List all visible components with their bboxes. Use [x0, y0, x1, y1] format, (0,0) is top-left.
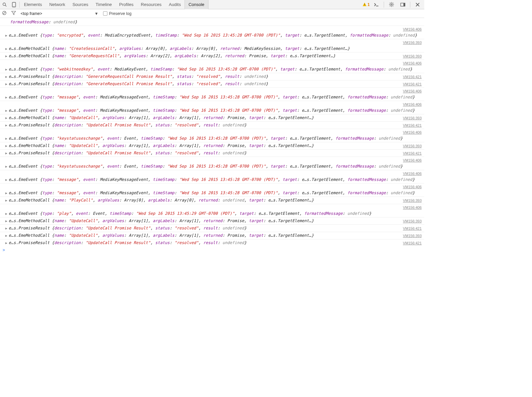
expand-triangle-icon[interactable]: ▶	[5, 136, 7, 141]
log-row[interactable]: VM156:393▶e…s.EmeMethodCall {name: "Crea…	[0, 39, 424, 52]
log-source-link[interactable]: VM156:406	[403, 158, 422, 163]
log-row[interactable]: VM156:406▶e…s.EmeEvent {type: "message",…	[0, 101, 424, 114]
log-source-link[interactable]: VM156:393	[403, 143, 422, 149]
log-object: e…s.PromiseResult {description: "UpdateC…	[9, 225, 246, 231]
log-row[interactable]: VM156:406▶e…s.EmeEvent {type: "webkitnee…	[0, 60, 424, 73]
tab-sources[interactable]: Sources	[69, 0, 92, 9]
tab-console[interactable]: Console	[185, 0, 208, 9]
log-row[interactable]: VM156:406▶e…s.EmeEvent {type: "message",…	[0, 87, 424, 101]
expand-triangle-icon[interactable]: ▶	[5, 115, 7, 121]
tab-network[interactable]: Network	[46, 0, 69, 9]
log-object: e…s.PromiseResult {description: "UpdateC…	[9, 122, 246, 128]
log-row[interactable]: formattedMessage: undefined}	[0, 19, 424, 26]
dock-icon[interactable]	[398, 0, 407, 9]
tab-profiles[interactable]: Profiles	[115, 0, 137, 9]
log-source-link[interactable]: VM156:393	[403, 198, 422, 203]
log-row[interactable]: VM156:406▶e…s.EmeEvent {type: "keystatus…	[0, 157, 424, 170]
expand-triangle-icon[interactable]: ▶	[5, 225, 7, 231]
expand-triangle-icon[interactable]: ▶	[5, 122, 7, 128]
expand-triangle-icon[interactable]: ▶	[5, 81, 7, 87]
device-icon[interactable]	[9, 0, 19, 9]
log-source-link[interactable]: VM156:393	[403, 233, 422, 239]
search-icon[interactable]	[0, 0, 9, 9]
console-prompt[interactable]: >	[0, 246, 424, 254]
log-row[interactable]: VM156:406▶e…s.EmeEvent {type: "keystatus…	[0, 129, 424, 142]
log-row[interactable]: VM156:406▶e…s.EmeEvent {type: "play", ev…	[0, 204, 424, 217]
log-row[interactable]: VM156:393▶e…s.EmeMethodCall {name: "Upda…	[0, 114, 424, 121]
expand-triangle-icon[interactable]: ▶	[5, 240, 7, 246]
log-source-link[interactable]: VM156:421	[403, 226, 422, 231]
preserve-log-toggle[interactable]: Preserve log	[103, 11, 131, 16]
close-icon[interactable]	[413, 0, 422, 9]
expand-triangle-icon[interactable]: ▶	[5, 108, 7, 113]
log-row[interactable]: VM156:406▶e…s.EmeEvent {type: "message",…	[0, 183, 424, 197]
clear-console-icon[interactable]	[2, 11, 9, 16]
filter-icon[interactable]	[11, 11, 18, 16]
svg-point-7	[391, 4, 392, 5]
tab-elements[interactable]: Elements	[20, 0, 46, 9]
expand-triangle-icon[interactable]: ▶	[5, 66, 7, 72]
log-source-link[interactable]: VM156:421	[403, 81, 422, 87]
expand-triangle-icon[interactable]: ▶	[5, 177, 7, 183]
log-row[interactable]: VM156:393▶e…s.EmeMethodCall {name: "Upda…	[0, 232, 424, 239]
expand-triangle-icon[interactable]: ▶	[5, 53, 7, 59]
log-source-link[interactable]: VM156:406	[403, 130, 422, 135]
tab-audits[interactable]: Audits	[165, 0, 185, 9]
tab-timeline[interactable]: Timeline	[92, 0, 116, 9]
warning-badge[interactable]: 1	[362, 2, 370, 7]
log-source-link[interactable]: VM156:406	[403, 88, 422, 94]
log-source-link[interactable]: VM156:393	[403, 115, 422, 121]
log-object: e…s.EmeEvent {type: "play", event: Event…	[9, 211, 371, 216]
log-row[interactable]: VM156:393▶e…s.EmeMethodCall {name: "Upda…	[0, 217, 424, 224]
settings-gear-icon[interactable]	[387, 0, 396, 9]
log-object: e…s.PromiseResult {description: "Generat…	[9, 74, 268, 79]
drawer-toggle-icon[interactable]	[372, 0, 381, 9]
log-source-link[interactable]: VM156:421	[403, 123, 422, 128]
expand-triangle-icon[interactable]: ▶	[5, 143, 7, 149]
expand-triangle-icon[interactable]: ▶	[5, 33, 7, 38]
log-row[interactable]: VM156:393▶e…s.EmeMethodCall {name: "Gene…	[0, 52, 424, 60]
log-source-link[interactable]: VM156:421	[403, 74, 422, 80]
log-row[interactable]: VM156:393▶e…s.EmeMethodCall {name: "Play…	[0, 197, 424, 204]
log-object: e…s.EmeEvent {type: "webkitneedkey", eve…	[9, 66, 412, 72]
log-row[interactable]: VM156:421▶e…s.PromiseResult {description…	[0, 80, 424, 87]
log-row[interactable]: VM156:406▶e…s.EmeEvent {type: "encrypted…	[0, 26, 424, 39]
log-row[interactable]: VM156:421▶e…s.PromiseResult {description…	[0, 239, 424, 246]
log-row[interactable]: VM156:421▶e…s.PromiseResult {description…	[0, 121, 424, 129]
log-source-link[interactable]: VM156:406	[403, 61, 422, 66]
log-source-link[interactable]: VM156:393	[403, 218, 422, 224]
log-source-link[interactable]: VM156:406	[403, 102, 422, 107]
frame-selector[interactable]: <top frame> ▼	[21, 11, 100, 16]
expand-triangle-icon[interactable]: ▶	[5, 46, 7, 52]
log-source-link[interactable]: VM156:393	[403, 54, 422, 59]
log-source-link[interactable]: VM156:393	[403, 40, 422, 46]
log-source-link[interactable]: VM156:406	[403, 205, 422, 210]
svg-line-1	[5, 5, 7, 6]
expand-triangle-icon[interactable]: ▶	[5, 211, 7, 216]
log-row[interactable]: VM156:393▶e…s.EmeMethodCall {name: "Upda…	[0, 142, 424, 149]
log-row[interactable]: VM156:421▶e…s.PromiseResult {description…	[0, 73, 424, 80]
log-row[interactable]: VM156:421▶e…s.PromiseResult {description…	[0, 224, 424, 232]
expand-triangle-icon[interactable]: ▶	[5, 74, 7, 79]
log-source-link[interactable]: VM156:421	[403, 240, 422, 246]
log-object: e…s.PromiseResult {description: "UpdateC…	[9, 240, 246, 246]
log-row[interactable]: VM156:406▶e…s.EmeEvent {type: "message",…	[0, 170, 424, 183]
log-object: e…s.EmeMethodCall {name: "UpdateCall", a…	[9, 143, 314, 149]
expand-triangle-icon[interactable]: ▶	[5, 233, 7, 238]
log-source-link[interactable]: VM156:406	[403, 184, 422, 190]
expand-triangle-icon[interactable]: ▶	[5, 218, 7, 224]
log-object: e…s.EmeMethodCall {name: "UpdateCall", a…	[9, 115, 314, 121]
chevron-down-icon: ▼	[94, 11, 98, 16]
expand-triangle-icon[interactable]: ▶	[5, 150, 7, 156]
expand-triangle-icon[interactable]: ▶	[5, 198, 7, 203]
log-source-link[interactable]: VM156:406	[403, 171, 422, 177]
log-source-link[interactable]: VM156:406	[403, 27, 422, 32]
tab-resources[interactable]: Resources	[137, 0, 165, 9]
log-object: e…s.EmeMethodCall {name: "CreateSessionC…	[9, 46, 350, 52]
expand-triangle-icon[interactable]: ▶	[5, 94, 7, 100]
expand-triangle-icon[interactable]: ▶	[5, 190, 7, 196]
log-source-link[interactable]: VM156:421	[403, 151, 422, 156]
expand-triangle-icon[interactable]: ▶	[5, 164, 7, 169]
log-row[interactable]: VM156:421▶e…s.PromiseResult {description…	[0, 149, 424, 157]
preserve-log-checkbox[interactable]	[103, 11, 107, 16]
